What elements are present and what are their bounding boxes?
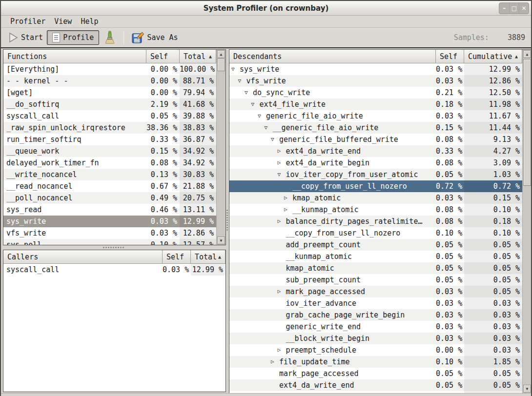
table-row[interactable]: __queue_work0.15 %34.92 %: [3, 145, 216, 157]
expander-icon[interactable]: ▷: [271, 356, 274, 368]
table-row[interactable]: ▷mark_page_accessed0.03 %0.05 %: [229, 286, 522, 297]
expander-icon[interactable]: ▽: [271, 134, 274, 145]
table-row[interactable]: ▷ext4_da_write_end0.33 %4.27 %: [229, 145, 522, 157]
table-row[interactable]: kmap_atomic0.05 %0.05 %: [229, 262, 522, 274]
vertical-splitter-handle[interactable]: [226, 209, 228, 231]
table-row[interactable]: [wget]0.00 %79.94 %: [3, 87, 216, 99]
expander-icon[interactable]: ▷: [278, 216, 281, 227]
table-row[interactable]: ▽generic_file_aio_write0.03 %11.67 %: [229, 110, 522, 122]
cell-value: 79.94 %: [180, 87, 216, 99]
table-row[interactable]: grab_cache_page_write_begin0.03 %0.03 %: [229, 309, 522, 321]
table-row[interactable]: vfs_write0.03 %12.86 %: [3, 227, 216, 239]
table-row[interactable]: _raw_spin_unlock_irqrestore38.36 %38.83 …: [3, 122, 216, 134]
profile-toggle-button[interactable]: Profile: [47, 30, 99, 45]
table-row[interactable]: ▽do_sync_write0.21 %12.50 %: [229, 87, 522, 99]
scrollbar-thumb[interactable]: [217, 59, 225, 71]
table-row[interactable]: __write_nocancel0.13 %30.83 %: [3, 169, 216, 180]
cell-self: 0.05 %: [436, 262, 464, 274]
expander-icon[interactable]: ▽: [245, 87, 248, 99]
table-row[interactable]: delayed_work_timer_fn0.08 %34.92 %: [3, 157, 216, 169]
cell-self: 0.05 %: [436, 368, 464, 379]
table-row[interactable]: sub_preempt_count0.05 %0.05 %: [229, 274, 522, 286]
functions-scrollbar[interactable]: ▲ ▼: [216, 50, 225, 245]
table-row[interactable]: [Everything]0.00 %100.00 %: [3, 63, 216, 75]
table-row[interactable]: ▷preempt_schedule0.00 %0.03 %: [229, 344, 522, 356]
expander-icon[interactable]: ▷: [278, 344, 281, 356]
table-row[interactable]: iov_iter_advance0.03 %0.03 %: [229, 297, 522, 309]
total-column-header[interactable]: Total ▲: [191, 250, 225, 264]
expander-icon[interactable]: ▽: [231, 63, 235, 75]
expander-icon[interactable]: ▷: [278, 286, 281, 297]
table-row[interactable]: __block_write_begin0.03 %0.03 %: [229, 333, 522, 344]
table-row[interactable]: __poll_nocancel0.49 %20.75 %: [3, 192, 216, 204]
self-column-header[interactable]: Self: [163, 250, 191, 264]
main-area: Functions Self Total ▲ [Everything]0.00 …: [1, 48, 531, 394]
table-row[interactable]: sys_write0.03 %12.99 %: [3, 216, 216, 227]
table-row[interactable]: mark_page_accessed0.05 %0.05 %: [229, 368, 522, 379]
table-row[interactable]: ▽vfs_write0.03 %12.86 %: [229, 75, 522, 87]
table-row[interactable]: ▽__generic_file_aio_write0.15 %11.44 %: [229, 122, 522, 134]
scrollbar-thumb[interactable]: [523, 59, 531, 186]
callers-column-header[interactable]: Callers: [3, 250, 163, 264]
scroll-down-button[interactable]: ▼: [217, 237, 225, 244]
scroll-up-button[interactable]: ▲: [217, 50, 225, 58]
table-row[interactable]: generic_write_end0.03 %0.03 %: [229, 321, 522, 333]
table-row[interactable]: __read_nocancel0.67 %21.88 %: [3, 180, 216, 192]
table-row[interactable]: ▷ext4_da_write_begin0.08 %3.09 %: [229, 157, 522, 169]
table-row[interactable]: __kunmap_atomic0.05 %0.05 %: [229, 251, 522, 262]
table-row[interactable]: ext4_da_write_end0.05 %0.05 %: [229, 379, 522, 391]
titlebar[interactable]: System Profiler (on crownbay) – □ ✕: [1, 1, 531, 16]
scroll-up-button[interactable]: ▲: [523, 50, 531, 58]
table-row[interactable]: ▷__kunmap_atomic0.08 %0.10 %: [229, 204, 522, 216]
table-row[interactable]: ▷kmap_atomic0.03 %0.15 %: [229, 192, 522, 204]
cell-self: 0.05 %: [436, 379, 464, 391]
save-as-button[interactable]: Save As: [128, 30, 182, 46]
table-row[interactable]: __copy_from_user_ll_nozero0.10 %0.10 %: [229, 227, 522, 239]
cell-value: 1.03 %: [464, 169, 522, 180]
cumulative-column-header[interactable]: Cumulative ▲: [464, 50, 522, 63]
minimize-button[interactable]: –: [499, 3, 509, 14]
table-row[interactable]: add_preempt_count0.05 %0.05 %: [229, 239, 522, 251]
self-column-header[interactable]: Self: [436, 50, 464, 63]
table-row[interactable]: run_timer_softirq0.33 %36.87 %: [3, 134, 216, 145]
table-row[interactable]: syscall_call0.05 %39.88 %: [3, 110, 216, 122]
table-row[interactable]: syscall_call0.03 %12.99 %: [3, 264, 225, 276]
descendants-column-header[interactable]: Descendants: [229, 50, 436, 63]
functions-column-header[interactable]: Functions: [3, 50, 146, 63]
table-row[interactable]: sys_poll0.10 %12.57 %: [3, 239, 216, 245]
descendants-scrollbar[interactable]: ▲ ▼: [522, 50, 532, 393]
table-row[interactable]: __copy_from_user_ll_nozero0.72 %0.72 %: [229, 180, 522, 192]
cell-name: __block_write_begin: [286, 333, 370, 344]
menu-profiler[interactable]: Profiler: [6, 16, 50, 27]
table-row[interactable]: __do_softirq2.19 %41.68 %: [3, 99, 216, 110]
horizontal-splitter-handle[interactable]: [102, 246, 125, 249]
window-bottom-frame: [1, 393, 531, 396]
expander-icon[interactable]: ▷: [278, 145, 281, 157]
table-row[interactable]: ▷file_update_time0.10 %1.85 %: [229, 356, 522, 368]
expander-icon[interactable]: ▷: [284, 192, 287, 204]
table-row[interactable]: ▷balance_dirty_pages_ratelimite…0.08 %0.…: [229, 216, 522, 227]
expander-icon[interactable]: ▽: [251, 99, 255, 110]
maximize-button[interactable]: □: [509, 3, 519, 14]
expander-icon[interactable]: ▷: [284, 204, 287, 216]
table-row[interactable]: ▽generic_file_buffered_write0.08 %9.13 %: [229, 134, 522, 145]
table-row[interactable]: ▽iov_iter_copy_from_user_atomic0.05 %1.0…: [229, 169, 522, 180]
expander-icon[interactable]: ▽: [258, 110, 261, 122]
table-row[interactable]: ▽ext4_file_write0.18 %11.98 %: [229, 99, 522, 110]
close-button[interactable]: ✕: [519, 3, 529, 14]
expander-icon[interactable]: ▷: [278, 157, 281, 169]
start-button[interactable]: Start: [5, 30, 47, 45]
table-row[interactable]: ▽sys_write0.03 %12.99 %: [229, 63, 522, 75]
table-row[interactable]: sys_read0.46 %13.11 %: [3, 204, 216, 216]
expander-icon[interactable]: ▽: [278, 169, 281, 180]
toolbar: Start Profile: [1, 28, 531, 48]
menu-view[interactable]: View: [50, 16, 76, 27]
scroll-down-button[interactable]: ▼: [523, 385, 531, 393]
total-column-header[interactable]: Total ▲: [180, 50, 216, 63]
self-column-header[interactable]: Self: [146, 50, 180, 63]
expander-icon[interactable]: ▽: [238, 75, 242, 87]
reset-button[interactable]: [100, 29, 120, 46]
table-row[interactable]: - - kernel - -0.00 %88.71 %: [3, 75, 216, 87]
menu-help[interactable]: Help: [76, 16, 102, 27]
expander-icon[interactable]: ▽: [265, 122, 268, 134]
